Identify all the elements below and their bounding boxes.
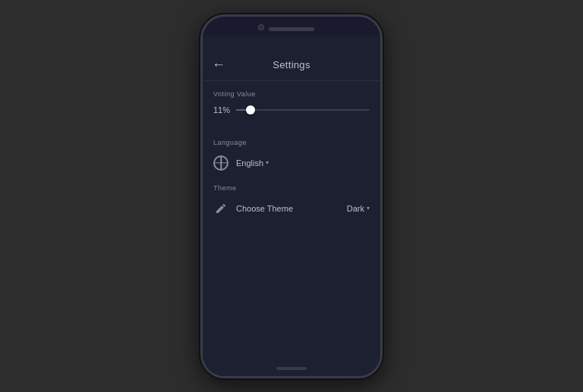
choose-theme-label: Choose Theme <box>236 204 339 213</box>
language-label: Language <box>213 139 370 146</box>
phone-camera <box>258 24 264 30</box>
phone-frame: ← Settings Voting Value 11% <box>200 14 383 378</box>
theme-row: Choose Theme Dark ▾ <box>213 198 370 219</box>
page-title: Settings <box>273 59 310 71</box>
app-header: ← Settings <box>203 49 380 81</box>
settings-content: Voting Value 11% Language <box>203 81 380 361</box>
language-row: English ▾ <box>213 152 370 174</box>
voting-row: 11% <box>213 104 370 116</box>
phone-screen: ← Settings Voting Value 11% <box>203 36 380 376</box>
language-section: Language English ▾ <box>213 139 370 174</box>
theme-label: Theme <box>213 184 370 192</box>
slider-thumb <box>246 105 255 114</box>
home-indicator[interactable] <box>276 367 307 370</box>
theme-dropdown[interactable]: Dark ▾ <box>347 204 370 213</box>
pencil-icon <box>213 201 228 216</box>
voting-slider[interactable] <box>236 104 370 116</box>
language-dropdown-arrow: ▾ <box>266 159 269 166</box>
back-icon: ← <box>212 57 225 73</box>
theme-section: Theme Choose Theme Dark ▾ <box>213 184 370 219</box>
theme-dropdown-arrow: ▾ <box>367 205 370 212</box>
status-bar <box>203 36 380 49</box>
globe-icon <box>213 155 228 171</box>
voting-label: Voting Value <box>213 90 370 98</box>
language-value-text: English <box>236 158 263 168</box>
phone-speaker <box>269 27 314 31</box>
theme-value-text: Dark <box>347 204 364 213</box>
language-dropdown[interactable]: English ▾ <box>236 158 269 168</box>
voting-percent: 11% <box>213 105 230 114</box>
slider-track <box>236 109 370 111</box>
back-button[interactable]: ← <box>212 57 225 73</box>
voting-section: Voting Value 11% <box>213 90 370 128</box>
